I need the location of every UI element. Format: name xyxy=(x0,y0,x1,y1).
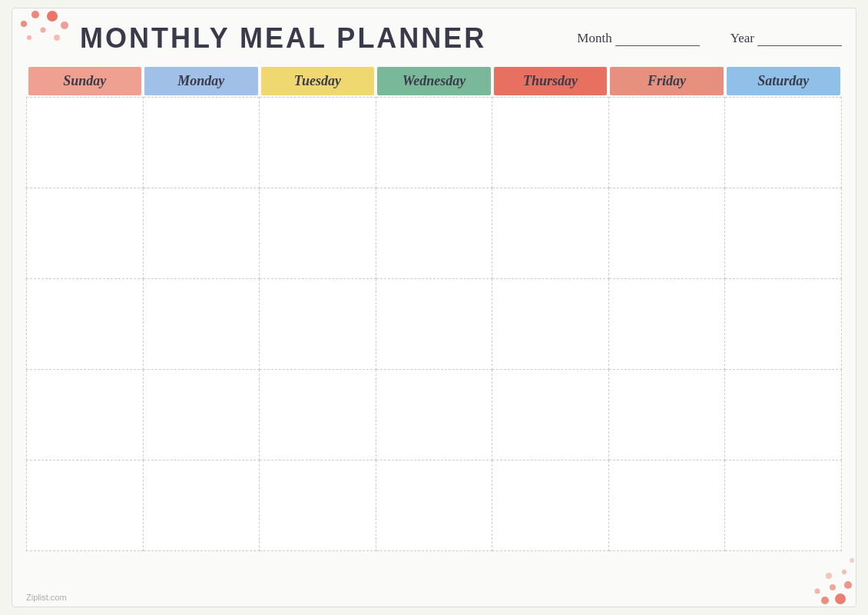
svg-point-11 xyxy=(815,589,820,594)
calendar-cell[interactable] xyxy=(260,279,376,370)
calendar-cell[interactable] xyxy=(725,370,842,460)
calendar-row xyxy=(27,98,842,188)
calendar-cell[interactable] xyxy=(143,370,260,460)
header-fields: Month Year xyxy=(577,31,842,46)
header-thursday: Thursday xyxy=(492,65,609,98)
svg-point-9 xyxy=(844,581,852,589)
decorative-dots-bottomright xyxy=(779,545,856,607)
calendar-cell[interactable] xyxy=(143,279,260,370)
calendar-cell[interactable] xyxy=(27,279,144,370)
calendar-cell[interactable] xyxy=(608,188,725,279)
calendar-cell[interactable] xyxy=(376,460,492,551)
header-friday: Friday xyxy=(608,65,725,98)
calendar-cell[interactable] xyxy=(492,370,609,460)
header-monday: Monday xyxy=(143,65,260,98)
planner-container: MONTHLY MEAL PLANNER Month Year Sunday M… xyxy=(12,8,856,607)
calendar-cell[interactable] xyxy=(725,460,842,551)
calendar-cell[interactable] xyxy=(608,279,725,370)
calendar-cell[interactable] xyxy=(376,279,492,370)
svg-point-8 xyxy=(821,597,829,604)
calendar-cell[interactable] xyxy=(492,188,609,279)
calendar-cell[interactable] xyxy=(376,98,492,188)
calendar-cell[interactable] xyxy=(260,188,376,279)
month-field: Month xyxy=(577,31,699,46)
svg-point-10 xyxy=(830,584,836,590)
svg-point-7 xyxy=(835,593,846,604)
calendar-cell[interactable] xyxy=(27,98,144,188)
calendar-row xyxy=(27,460,842,551)
svg-point-4 xyxy=(41,28,46,33)
header-tuesday: Tuesday xyxy=(260,65,376,98)
calendar-cell[interactable] xyxy=(376,370,492,460)
calendar-cell[interactable] xyxy=(725,188,842,279)
day-label-saturday: Saturday xyxy=(727,67,840,95)
calendar-cell[interactable] xyxy=(376,188,492,279)
svg-point-6 xyxy=(54,35,60,41)
calendar-table: Sunday Monday Tuesday Wednesday Thursday… xyxy=(26,65,842,551)
svg-point-1 xyxy=(31,11,39,18)
year-field: Year xyxy=(731,31,842,46)
decorative-dots-topleft xyxy=(12,8,81,58)
header-saturday: Saturday xyxy=(725,65,842,98)
calendar-cell[interactable] xyxy=(608,460,725,551)
day-label-friday: Friday xyxy=(610,67,724,95)
svg-point-3 xyxy=(61,22,68,29)
header-sunday: Sunday xyxy=(27,65,144,98)
calendar-cell[interactable] xyxy=(260,98,376,188)
calendar-cell[interactable] xyxy=(260,370,376,460)
svg-point-14 xyxy=(850,558,854,563)
svg-point-0 xyxy=(47,11,58,22)
calendar-header-row: Sunday Monday Tuesday Wednesday Thursday… xyxy=(27,65,842,98)
svg-point-5 xyxy=(27,35,31,40)
day-label-wednesday: Wednesday xyxy=(377,67,491,95)
calendar-cell[interactable] xyxy=(608,98,725,188)
calendar-cell[interactable] xyxy=(143,188,260,279)
month-label: Month xyxy=(577,31,611,46)
calendar-cell[interactable] xyxy=(725,279,842,370)
calendar-row xyxy=(27,279,842,370)
calendar-cell[interactable] xyxy=(143,98,260,188)
calendar-cell[interactable] xyxy=(725,98,842,188)
calendar-cell[interactable] xyxy=(260,460,376,551)
day-label-tuesday: Tuesday xyxy=(261,67,375,95)
calendar-cell[interactable] xyxy=(27,460,144,551)
calendar-row xyxy=(27,370,842,460)
calendar-row xyxy=(27,188,842,279)
month-line[interactable] xyxy=(615,31,700,46)
year-line[interactable] xyxy=(757,31,842,46)
day-label-thursday: Thursday xyxy=(494,67,608,95)
calendar-cell[interactable] xyxy=(143,460,260,551)
svg-point-2 xyxy=(21,21,27,27)
svg-point-12 xyxy=(842,570,846,574)
calendar-cell[interactable] xyxy=(27,370,144,460)
planner-header: MONTHLY MEAL PLANNER Month Year xyxy=(26,22,842,55)
day-label-sunday: Sunday xyxy=(28,67,142,95)
footer-credit: Ziplist.com xyxy=(26,593,67,602)
calendar-cell[interactable] xyxy=(492,460,609,551)
svg-point-13 xyxy=(826,573,832,579)
calendar-cell[interactable] xyxy=(608,370,725,460)
calendar-cell[interactable] xyxy=(492,279,609,370)
planner-title: MONTHLY MEAL PLANNER xyxy=(80,22,577,55)
calendar-cell[interactable] xyxy=(27,188,144,279)
year-label: Year xyxy=(731,31,754,46)
day-label-monday: Monday xyxy=(144,67,258,95)
header-wednesday: Wednesday xyxy=(376,65,492,98)
calendar-cell[interactable] xyxy=(492,98,609,188)
